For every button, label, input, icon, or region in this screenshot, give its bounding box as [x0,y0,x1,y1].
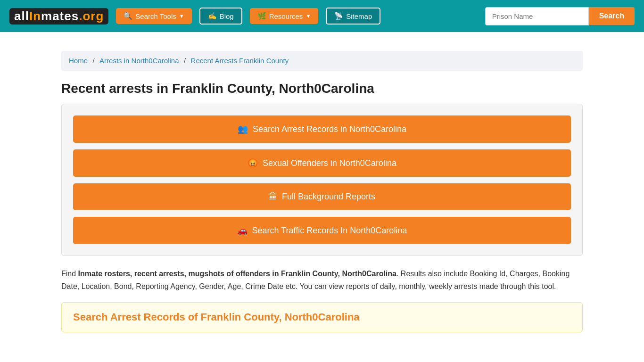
traffic-records-button[interactable]: Search Traffic Records In North0Carolina [73,217,571,244]
offender-icon [248,158,258,168]
search-tools-label: Search Tools [135,12,176,20]
logo-all: all [14,9,29,23]
breadcrumb-current: Recent Arrests Franklin County [191,57,289,65]
description-bold: Inmate rosters, recent arrests, mugshots… [78,270,396,278]
arrest-records-label: Search Arrest Records in North0Carolina [253,124,406,134]
resources-button[interactable]: Resources ▼ [250,8,319,24]
page-title: Recent arrests in Franklin County, North… [61,81,583,96]
sexual-offenders-label: Sexual Offenders in North0Carolina [263,158,396,168]
breadcrumb-sep-2: / [184,57,186,65]
background-reports-label: Full Background Reports [282,192,375,202]
blog-label: Blog [220,12,234,20]
site-header: allInmates.org Search Tools ▼ Blog Resou… [0,0,644,32]
breadcrumb-sep-1: / [92,57,94,65]
blog-button[interactable]: Blog [199,8,242,25]
logo-in: In [29,9,41,23]
prison-name-input[interactable] [485,7,589,25]
description-prefix: Find [61,270,78,278]
main-content: Recent arrests in Franklin County, North… [0,76,644,346]
people-icon [238,124,248,134]
description-text: Find Inmate rosters, recent arrests, mug… [61,267,583,293]
search-records-heading: Search Arrest Records of Franklin County… [73,311,571,323]
arrest-records-button[interactable]: Search Arrest Records in North0Carolina [73,115,571,143]
search-button[interactable]: Search [589,7,635,25]
breadcrumb-arrests-nc[interactable]: Arrests in North0Carolina [99,57,179,65]
logo-mates: mates [41,9,79,23]
resources-label: Resources [269,12,303,20]
car-icon [237,225,248,236]
action-buttons-box: Search Arrest Records in North0Carolina … [61,104,583,256]
bg-icon [269,192,277,202]
sitemap-label: Sitemap [346,12,372,20]
resources-icon [257,12,266,20]
blog-icon [208,12,217,20]
search-records-box: Search Arrest Records of Franklin County… [61,302,583,332]
background-reports-button[interactable]: Full Background Reports [73,183,571,210]
subheader-bar [0,32,644,45]
chevron-down-icon-2: ▼ [305,13,311,19]
breadcrumb: Home / Arrests in North0Carolina / Recen… [61,51,583,71]
sexual-offenders-button[interactable]: Sexual Offenders in North0Carolina [73,149,571,177]
breadcrumb-home[interactable]: Home [69,57,88,65]
search-icon [124,12,132,20]
sitemap-button[interactable]: Sitemap [326,8,380,25]
site-logo[interactable]: allInmates.org [9,8,108,25]
traffic-records-label: Search Traffic Records In North0Carolina [252,226,407,236]
breadcrumb-nav: Home / Arrests in North0Carolina / Recen… [69,57,575,65]
header-search-area: Search [485,7,635,25]
search-tools-button[interactable]: Search Tools ▼ [116,8,191,24]
chevron-down-icon: ▼ [179,13,184,19]
sitemap-icon [334,12,343,20]
logo-org: .org [79,9,104,23]
